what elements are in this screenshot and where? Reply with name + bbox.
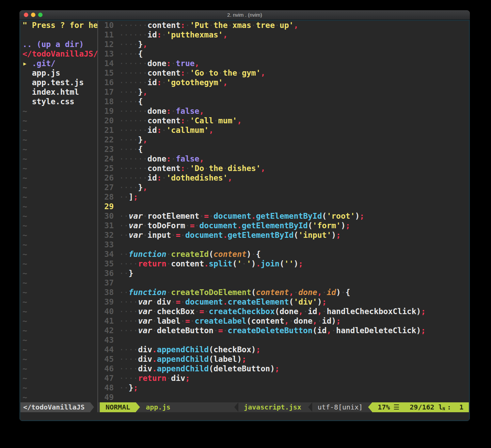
filetype-label: javascript.jsx: [238, 402, 307, 412]
code-line: 35····return·content.split('·').join('')…: [98, 259, 469, 269]
filler-line: ~: [20, 288, 97, 297]
tree-item[interactable]: </todoVanillaJS/: [20, 49, 97, 59]
code-line: 10······content:·'Put·the·xmas·tree·up',: [98, 21, 469, 30]
traffic-lights: [24, 10, 43, 19]
code-text: ····return·content.split('·').join('');: [119, 259, 303, 268]
tree-item[interactable]: app.test.js: [20, 78, 97, 88]
minimize-button[interactable]: [31, 13, 35, 17]
position-segment: 17% ☰ 29/162 lN : 1: [372, 402, 469, 412]
terminal-window: 2. nvim . (nvim) " Press ? for help.. (u…: [19, 10, 470, 421]
code-line: 45····div.appendChild(label);: [98, 355, 469, 364]
line-number: 33: [98, 240, 114, 249]
tree-item[interactable]: index.html: [20, 88, 97, 97]
line-number: 25: [98, 164, 114, 173]
code-text: ····var·deleteButton·=·createDeleteButto…: [119, 326, 426, 335]
code-line: 38··function·createToDoElement(content,·…: [98, 288, 469, 297]
line-number: 19: [98, 107, 114, 115]
line-number: 45: [98, 355, 114, 364]
code-line: 47····return·div;: [98, 374, 469, 383]
filler-line: ~: [20, 164, 97, 173]
filler-line: ~: [20, 259, 97, 269]
tree-item[interactable]: style.css: [20, 97, 97, 107]
filler-line: ~: [20, 154, 97, 164]
filler-line: ~: [20, 326, 97, 336]
line-number: 39: [98, 297, 114, 306]
line-number: 14: [98, 59, 114, 68]
nerdtree-sidebar[interactable]: " Press ? for help.. (up a dir)</todoVan…: [20, 21, 97, 402]
filler-line: ~: [20, 297, 97, 307]
tree-item[interactable]: .. (up a dir): [20, 40, 97, 49]
code-line: 36··}: [98, 269, 469, 278]
column-number: 1: [459, 402, 463, 412]
editor-pane[interactable]: 10······content:·'Put·the·xmas·tree·up',…: [98, 21, 469, 402]
titlebar[interactable]: 2. nvim . (nvim): [19, 10, 470, 20]
code-line: 41····var·label·=·createLabel(content,·d…: [98, 316, 469, 326]
powerline-arrow-icon: [90, 402, 94, 412]
code-line: 19······done:·false,: [98, 107, 469, 116]
filler-line: ~: [20, 374, 97, 383]
code-line: 26······id:·'dothedishes',: [98, 173, 469, 183]
code-text: ··var·rootElement·=·document.getElementB…: [119, 212, 364, 220]
chevron-left-icon: [234, 402, 238, 412]
filler-line: ~: [20, 173, 97, 183]
code-text: ······content:·'Do·the·dishes',: [119, 164, 265, 173]
code-text: ····{: [119, 145, 143, 154]
line-number: 30: [98, 212, 114, 220]
code-line: 39····var·div·=·document.createElement('…: [98, 297, 469, 307]
tree-item[interactable]: " Press ? for help: [20, 21, 97, 30]
line-number: 36: [98, 269, 114, 278]
mode-indicator: NORMAL: [100, 402, 136, 412]
code-line: 32··var·input·=·document.getElementById(…: [98, 231, 469, 240]
code-text: ····var·checkBox·=·createCheckbox(done,·…: [119, 307, 426, 316]
close-button[interactable]: [24, 13, 28, 17]
code-line: 16······id:·'gotothegym',: [98, 78, 469, 88]
line-number: 48: [98, 383, 114, 392]
filler-line: ~: [20, 221, 97, 231]
filler-line: ~: [20, 202, 97, 212]
code-text: ······done:·false,: [119, 154, 204, 163]
line-number: 37: [98, 278, 114, 287]
command-line[interactable]: [20, 412, 469, 420]
line-number: 21: [98, 126, 114, 135]
line-number: 40: [98, 307, 114, 316]
line-number: 20: [98, 116, 114, 125]
filler-line: ~: [20, 393, 97, 402]
filler-line: ~: [20, 212, 97, 221]
code-text: ··var·input·=·document.getElementById('i…: [119, 231, 341, 240]
code-text: ····div.appendChild(label);: [119, 355, 247, 364]
line-number: 38: [98, 288, 114, 297]
powerline-arrow-icon: [136, 402, 140, 412]
tree-item[interactable]: [20, 30, 97, 40]
line-number: 35: [98, 259, 114, 268]
code-line: 20······content:·'Call·mum',: [98, 116, 469, 126]
code-text: ······id:·'gotothegym',: [119, 78, 228, 87]
tree-item[interactable]: ▸ .git/: [20, 59, 97, 68]
line-number: 27: [98, 183, 114, 192]
scroll-percent: 17%: [378, 402, 390, 412]
code-line: 21······id:·'callmum',: [98, 126, 469, 135]
filler-line: ~: [20, 364, 97, 374]
nerdtree-status-label: </todoVanillaJS: [20, 402, 90, 412]
code-text: ······id:·'putthexmas',: [119, 30, 228, 39]
tree-item[interactable]: app.js: [20, 68, 97, 78]
terminal-content: " Press ? for help.. (up a dir)</todoVan…: [19, 20, 470, 421]
nerdtree-statusline: </todoVanillaJS: [20, 402, 97, 412]
filler-line: ~: [20, 192, 97, 202]
code-line: 25······content:·'Do·the·dishes',: [98, 164, 469, 173]
line-number: 41: [98, 316, 114, 325]
code-line: 34··function·createId(content)·{: [98, 250, 469, 259]
filler-line: ~: [20, 250, 97, 259]
code-text: ··function·createToDoElement(content,·do…: [119, 288, 350, 297]
code-text: ····var·label·=·createLabel(content,·don…: [119, 316, 341, 325]
filler-line: ~: [20, 183, 97, 192]
line-number: 32: [98, 231, 114, 240]
editor-split: " Press ? for help.. (up a dir)</todoVan…: [20, 21, 469, 402]
code-text: ····},: [119, 135, 147, 144]
zoom-button[interactable]: [38, 13, 43, 17]
filler-line: ~: [20, 107, 97, 116]
code-line: 28··];: [98, 192, 469, 202]
code-text: ······done:·false,: [119, 107, 204, 115]
code-line: 17····},: [98, 88, 469, 97]
code-text: ······id:·'callmum',: [119, 126, 213, 135]
encoding-label: utf-8[unix]: [312, 402, 368, 412]
